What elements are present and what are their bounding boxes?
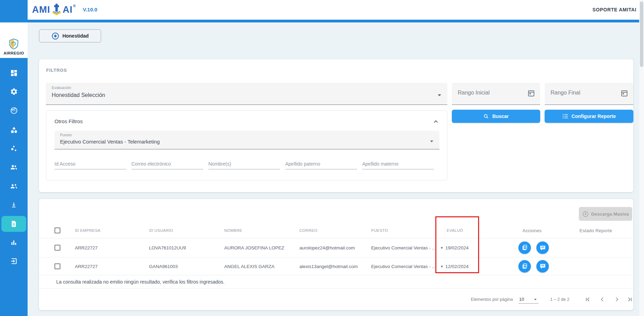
collapse-panel-button[interactable] bbox=[432, 118, 439, 125]
buscar-label: Buscar bbox=[492, 113, 508, 119]
chevron-down-icon bbox=[437, 92, 442, 98]
sidebar: AIRREGIO bbox=[0, 22, 28, 316]
search-icon bbox=[483, 113, 489, 119]
next-page-button[interactable] bbox=[612, 294, 622, 305]
comments-button[interactable] bbox=[536, 260, 549, 273]
results-card: Descarga Masiva ID EMPRESA ID USUARIO NO… bbox=[39, 199, 633, 310]
cell-puesto: Ejecutivo Comercial Ventas - Telemarketi… bbox=[371, 264, 437, 269]
page-size-value: 10 bbox=[519, 297, 524, 302]
table-header-row: ID EMPRESA ID USUARIO NOMBRE CORREO PUES… bbox=[39, 223, 633, 238]
rango-inicial-placeholder: Rango Inicial bbox=[458, 90, 490, 96]
row-checkbox[interactable] bbox=[55, 245, 60, 251]
apellido-paterno-input[interactable] bbox=[285, 158, 357, 169]
sidebar-item-downloads[interactable] bbox=[0, 197, 28, 213]
column-header-estado-reporte: Estado Reporte bbox=[579, 228, 612, 233]
tab-honestidad-label: Honestidad bbox=[62, 33, 89, 39]
sort-caret-icon[interactable]: ▼ bbox=[440, 264, 444, 268]
sidebar-item-categories[interactable] bbox=[0, 122, 28, 137]
rango-final-placeholder: Rango Final bbox=[551, 90, 580, 96]
calendar-icon[interactable] bbox=[620, 89, 628, 99]
puesto-select[interactable]: Puesto Ejecutivo Comercial Ventas - Tele… bbox=[55, 131, 439, 149]
select-all-checkbox[interactable] bbox=[55, 227, 60, 233]
sidebar-item-settings[interactable] bbox=[0, 84, 28, 99]
tab-honestidad[interactable]: Honestidad bbox=[39, 29, 101, 42]
pdf-icon: PDF bbox=[521, 244, 528, 251]
first-page-icon bbox=[584, 296, 591, 303]
column-header-puesto: PUESTO bbox=[371, 228, 437, 233]
sidebar-item-logout[interactable] bbox=[0, 254, 28, 269]
svg-text:PDF: PDF bbox=[524, 246, 527, 248]
configurar-reporte-button[interactable]: Configurar Reporte bbox=[545, 110, 633, 123]
id-acceso-input[interactable] bbox=[55, 158, 126, 169]
soporte-amitai-link[interactable]: SOPORTE AMITAI bbox=[593, 7, 636, 12]
apellido-materno-input[interactable] bbox=[362, 158, 434, 169]
filters-section-title: FILTROS bbox=[46, 68, 67, 73]
pdf-icon: PDF bbox=[521, 263, 528, 270]
scrollbar-thumb[interactable] bbox=[640, 1, 643, 67]
pdf-report-button[interactable]: PDF bbox=[518, 241, 531, 254]
nombres-input[interactable] bbox=[208, 158, 280, 169]
sidebar-item-dashboard[interactable] bbox=[0, 65, 28, 80]
sidebar-item-people[interactable] bbox=[0, 159, 28, 175]
svg-text:PDF: PDF bbox=[524, 265, 527, 266]
logo-text-right: AI bbox=[63, 3, 73, 16]
filters-card: FILTROS Evaluación Honestidad Selección … bbox=[39, 59, 633, 192]
sidebar-item-groups[interactable] bbox=[0, 178, 28, 194]
cell-correo: alexis13angel@hotmail.com bbox=[299, 264, 358, 269]
comments-button[interactable] bbox=[536, 241, 549, 254]
top-bar: AMI AI ® V.10.0 SOPORTE AMITAI bbox=[0, 0, 644, 20]
cell-nombre: ANGEL ALEXIS GARZA bbox=[224, 264, 275, 269]
otros-filtros-panel: Otros Filtros Puesto Ejecutivo Comercial… bbox=[46, 110, 447, 180]
dashboard-icon bbox=[10, 69, 18, 77]
amitai-logo: AMI AI ® bbox=[32, 3, 76, 16]
org-logo: AIRREGIO bbox=[0, 22, 28, 58]
last-page-button[interactable] bbox=[625, 294, 635, 305]
download-circle-icon bbox=[582, 211, 589, 217]
empty-result-message: La consulta realizada no emitio ningún r… bbox=[56, 279, 225, 285]
sidebar-item-face[interactable] bbox=[0, 103, 28, 118]
people-icon bbox=[10, 163, 18, 171]
correo-electronico-input[interactable] bbox=[131, 158, 203, 169]
chevron-left-icon bbox=[599, 296, 605, 303]
scrollbar[interactable] bbox=[639, 0, 644, 316]
evaluacion-select[interactable]: Evaluación Honestidad Selección bbox=[46, 83, 447, 105]
sidebar-item-scatter[interactable] bbox=[0, 141, 28, 156]
first-page-button[interactable] bbox=[583, 294, 593, 305]
previous-page-button[interactable] bbox=[597, 294, 607, 305]
column-header-id-empresa: ID EMPRESA bbox=[75, 228, 100, 233]
table-row: ARR22727 GANA961003 ANGEL ALEXIS GARZA a… bbox=[39, 257, 633, 275]
org-name: AIRREGIO bbox=[3, 51, 24, 55]
column-header-acciones: Acciones bbox=[523, 228, 542, 233]
chevron-right-icon bbox=[614, 296, 620, 303]
chevron-down-icon bbox=[534, 298, 537, 300]
calendar-icon[interactable] bbox=[527, 89, 535, 99]
sort-caret-icon[interactable]: ▼ bbox=[440, 246, 444, 250]
sidebar-header-block bbox=[0, 0, 28, 20]
cell-nombre: AURORA JOSEFINA LOPEZ bbox=[224, 245, 284, 250]
paginator: Elementos por página 10 1 – 2 de 2 bbox=[39, 289, 633, 310]
puesto-label: Puesto bbox=[60, 133, 72, 137]
page-range-label: 1 – 2 de 2 bbox=[550, 297, 569, 302]
cell-id-empresa: ARR22727 bbox=[75, 245, 98, 250]
page-size-select[interactable]: 10 bbox=[518, 295, 538, 304]
sidebar-item-reports[interactable] bbox=[1, 216, 26, 232]
app-root: AMI AI ® V.10.0 SOPORTE AMITAI bbox=[0, 0, 644, 316]
rango-inicial-input[interactable]: Rango Inicial bbox=[452, 83, 540, 105]
pdf-report-button[interactable]: PDF bbox=[518, 260, 531, 273]
last-page-icon bbox=[626, 296, 633, 303]
logo-text-left: AMI bbox=[32, 3, 50, 16]
settings-gear-icon bbox=[10, 88, 18, 96]
chevron-up-icon bbox=[434, 120, 438, 123]
buscar-button[interactable]: Buscar bbox=[452, 110, 540, 123]
chevron-down-icon bbox=[430, 138, 434, 144]
chat-icon bbox=[539, 263, 546, 269]
descarga-masiva-button[interactable]: Descarga Masiva bbox=[579, 207, 632, 221]
rango-final-input[interactable]: Rango Final bbox=[545, 83, 633, 105]
cell-evaluo: ▼19/02/2024 bbox=[440, 245, 468, 250]
cell-id-empresa: ARR22727 bbox=[75, 264, 98, 269]
group-icon bbox=[10, 182, 18, 190]
evaluacion-label: Evaluación bbox=[52, 86, 71, 90]
column-header-id-usuario: ID USUARIO bbox=[149, 228, 173, 233]
row-checkbox[interactable] bbox=[55, 263, 60, 269]
sidebar-item-stats[interactable] bbox=[0, 235, 28, 250]
